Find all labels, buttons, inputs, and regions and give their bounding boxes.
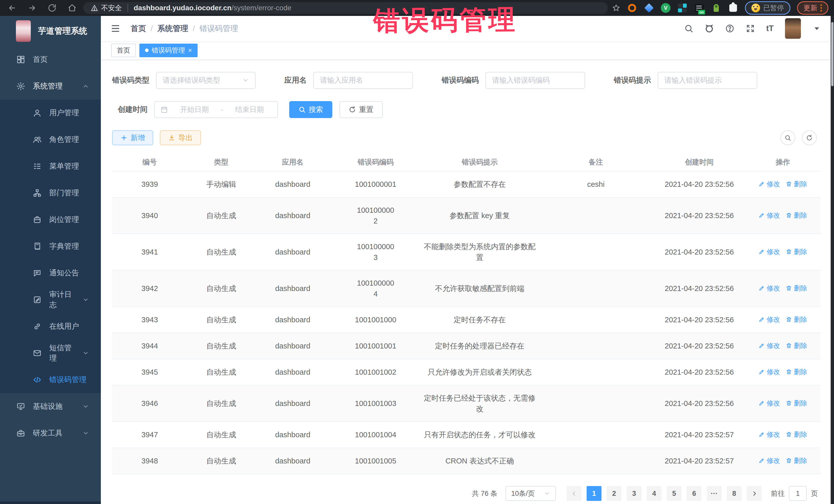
- search-button[interactable]: 搜索: [289, 101, 332, 118]
- sidebar-item-5[interactable]: 部门管理: [0, 180, 101, 206]
- start-date-placeholder: 开始日期: [172, 105, 217, 114]
- cell-id: 3948: [112, 448, 187, 474]
- edit-link[interactable]: 修改: [759, 246, 780, 257]
- sidebar-item-12[interactable]: 错误码管理: [0, 367, 101, 393]
- delete-link[interactable]: 删除: [786, 340, 807, 351]
- cell-time: 2021-04-20 23:52:57: [653, 422, 745, 448]
- edit-link[interactable]: 修改: [759, 340, 780, 351]
- profile-paused-chip[interactable]: 已暂停: [745, 1, 790, 15]
- github-icon[interactable]: [705, 24, 714, 33]
- reset-button[interactable]: 重置: [339, 101, 382, 118]
- browser-update-button[interactable]: 更新: [797, 1, 828, 15]
- sidebar-item-8[interactable]: 通知公告: [0, 260, 101, 286]
- edit-link[interactable]: 修改: [759, 179, 780, 190]
- extension-list-icon[interactable]: on: [694, 3, 704, 13]
- sidebar-item-2[interactable]: 用户管理: [0, 100, 101, 126]
- page-button[interactable]: 8: [727, 486, 742, 501]
- extension-puzzle-icon[interactable]: [728, 3, 738, 13]
- cell-msg: 定时任务已经处于该状态，无需修改: [421, 385, 539, 422]
- kebab-menu-icon[interactable]: [820, 4, 822, 12]
- extension-grid-icon[interactable]: [677, 3, 687, 13]
- page-button[interactable]: 4: [647, 486, 662, 501]
- page-button[interactable]: 5: [667, 486, 682, 501]
- cell-code: 1001000001: [330, 171, 421, 197]
- main-area: 首页 / 系统管理 / 错误码管理 tT 首页错误码管理×: [101, 16, 831, 504]
- prev-page-button[interactable]: [567, 486, 581, 501]
- error-msg-input[interactable]: [658, 72, 757, 89]
- sidebar-item-6[interactable]: 岗位管理: [0, 206, 101, 233]
- sidebar-item-11[interactable]: 短信管理: [0, 340, 101, 367]
- edit-link[interactable]: 修改: [759, 429, 780, 440]
- delete-link[interactable]: 删除: [786, 283, 807, 293]
- home-icon[interactable]: [68, 4, 76, 12]
- sidebar: 芋道管理系统 首页系统管理用户管理角色管理菜单管理部门管理岗位管理字典管理通知公…: [0, 16, 101, 504]
- page-button[interactable]: 6: [687, 486, 702, 501]
- scrollbar-thumb[interactable]: [831, 22, 833, 86]
- edit-link[interactable]: 修改: [759, 367, 780, 377]
- sidebar-item-3[interactable]: 角色管理: [0, 126, 101, 153]
- sidebar-item-9[interactable]: 审计日志: [0, 286, 101, 313]
- close-icon[interactable]: ×: [188, 47, 192, 53]
- add-button[interactable]: 新增: [112, 130, 153, 145]
- sidebar-item-0[interactable]: 首页: [0, 46, 101, 73]
- delete-link[interactable]: 删除: [786, 179, 807, 190]
- next-page-button[interactable]: [747, 486, 762, 501]
- scrollbar[interactable]: [831, 16, 834, 504]
- forward-icon[interactable]: [28, 4, 37, 12]
- sidebar-item-7[interactable]: 字典管理: [0, 233, 101, 260]
- address-bar[interactable]: 不安全 dashboard.yudao.iocoder.cn /system/e…: [83, 2, 608, 14]
- page-button[interactable]: 2: [607, 486, 621, 501]
- delete-link[interactable]: 删除: [786, 210, 807, 221]
- edit-link[interactable]: 修改: [759, 210, 780, 221]
- extension-orange-icon[interactable]: [627, 3, 637, 13]
- delete-link[interactable]: 删除: [786, 246, 807, 257]
- extension-gem-icon[interactable]: [644, 3, 654, 13]
- caret-down-icon[interactable]: [812, 24, 821, 33]
- page-button[interactable]: ···: [707, 486, 722, 501]
- extension-figure-icon[interactable]: [711, 3, 721, 13]
- delete-link[interactable]: 删除: [786, 367, 807, 377]
- header-search-icon[interactable]: [684, 24, 694, 33]
- edit-link[interactable]: 修改: [759, 455, 780, 466]
- cell-type: 自动生成: [187, 385, 255, 422]
- edit-link[interactable]: 修改: [759, 283, 780, 293]
- breadcrumb-system[interactable]: 系统管理: [157, 23, 188, 34]
- hamburger-icon[interactable]: [111, 24, 120, 34]
- sidebar-item-10[interactable]: 在线用户: [0, 313, 101, 340]
- bookmark-star-icon[interactable]: [612, 4, 620, 12]
- page-size-select[interactable]: 10条/页: [506, 486, 556, 501]
- extension-v-icon[interactable]: V: [661, 3, 671, 13]
- font-size-icon[interactable]: tT: [766, 24, 774, 33]
- refresh-table-button[interactable]: [802, 130, 817, 145]
- sidebar-item-14[interactable]: 研发工具: [0, 420, 101, 446]
- page-button[interactable]: 3: [627, 486, 641, 501]
- date-range-picker[interactable]: 开始日期 - 结束日期: [154, 101, 278, 118]
- delete-link[interactable]: 删除: [786, 398, 807, 409]
- fullscreen-icon[interactable]: [746, 24, 755, 33]
- user-avatar[interactable]: [785, 18, 801, 39]
- chevron-down-icon: [82, 350, 89, 356]
- delete-link[interactable]: 删除: [786, 455, 807, 466]
- delete-link[interactable]: 删除: [786, 314, 807, 325]
- error-code-input[interactable]: [485, 72, 585, 89]
- sidebar-item-4[interactable]: 菜单管理: [0, 153, 101, 180]
- page-button[interactable]: 1: [587, 486, 601, 501]
- help-icon[interactable]: [725, 24, 734, 33]
- edit-link[interactable]: 修改: [759, 314, 780, 325]
- app-name-input[interactable]: [313, 72, 413, 89]
- tag-0[interactable]: 首页: [111, 44, 136, 57]
- reload-icon[interactable]: [48, 4, 57, 12]
- sidebar-item-13[interactable]: 基础设施: [0, 393, 101, 420]
- delete-link[interactable]: 删除: [786, 429, 807, 440]
- delete-icon: [786, 249, 792, 255]
- back-icon[interactable]: [8, 4, 17, 12]
- sidebar-item-1[interactable]: 系统管理: [0, 73, 101, 100]
- url-path: /system/error-code: [232, 4, 291, 12]
- goto-page-input[interactable]: [789, 486, 807, 501]
- edit-link[interactable]: 修改: [759, 398, 780, 409]
- breadcrumb-home[interactable]: 首页: [131, 23, 146, 34]
- tag-1[interactable]: 错误码管理×: [139, 44, 198, 57]
- error-type-select[interactable]: 请选择错误码类型: [156, 72, 256, 89]
- export-button[interactable]: 导出: [160, 130, 201, 145]
- toggle-search-button[interactable]: [781, 130, 795, 145]
